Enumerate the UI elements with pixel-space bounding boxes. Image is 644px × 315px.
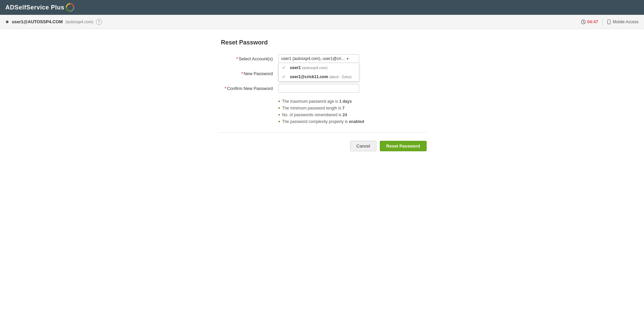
select-account-label: *Select Account(s) [218, 54, 278, 61]
subheader: ● user1@AUTOSSP4.COM (autossp4.com) ? 04… [0, 15, 644, 29]
policy-dot-1: • [278, 99, 280, 104]
user-icon: ● [5, 18, 9, 25]
required-star-2: * [241, 71, 243, 76]
policy-text-3: No. of passwords remembered is 24 [282, 113, 347, 117]
new-password-label: *New Password [218, 69, 278, 76]
policy-dot-4: • [278, 119, 280, 124]
select-account-row: *Select Account(s) user1 (autossp4.com),… [218, 54, 427, 63]
select-display-text: user1 (autossp4.com), user1@crick1 [281, 56, 346, 61]
vertical-divider [602, 19, 603, 25]
policy-dot-2: • [278, 105, 280, 111]
logo: ADSelfService Plus [5, 3, 74, 12]
logo-text: ADSelfService Plus [5, 4, 64, 11]
username-domain: (autossp4.com) [65, 20, 93, 24]
select-account-wrapper: user1 (autossp4.com), user1@crick1 ▼ ✓ u… [278, 54, 427, 63]
form-title: Reset Password [218, 39, 427, 46]
dropdown-item-label-1: user1 (autossp4.com) [290, 65, 328, 70]
required-star: * [236, 56, 238, 61]
svg-line-3 [583, 22, 584, 23]
form-divider [218, 132, 427, 133]
reset-password-button[interactable]: Reset Password [380, 141, 426, 151]
help-icon[interactable]: ? [96, 19, 102, 25]
policy-text-2: The minimum password length is 7 [282, 106, 344, 111]
policy-list: • The maximum password age is 1 days • T… [278, 99, 427, 124]
clock-area: 04:47 [581, 19, 598, 24]
confirm-password-wrapper [278, 84, 427, 93]
required-star-3: * [225, 86, 226, 91]
cancel-button[interactable]: Cancel [350, 141, 376, 151]
policy-dot-3: • [278, 112, 280, 118]
subheader-left: ● user1@AUTOSSP4.COM (autossp4.com) ? [5, 18, 102, 25]
checkmark-icon-1: ✓ [282, 65, 287, 70]
policy-item-2: • The minimum password length is 7 [278, 105, 427, 111]
policy-text-4: The password complexity property is enab… [282, 119, 364, 124]
chevron-down-icon: ▼ [346, 57, 349, 61]
mobile-access-label: Mobile Access [613, 20, 639, 24]
confirm-password-input[interactable] [278, 84, 359, 93]
account-dropdown-menu: ✓ user1 (autossp4.com) ✓ user1@crick11.c… [278, 63, 359, 82]
confirm-password-row: *Confirm New Password [218, 84, 427, 93]
policy-item-1: • The maximum password age is 1 days [278, 99, 427, 104]
policy-item-3: • No. of passwords remembered is 24 [278, 112, 427, 118]
confirm-password-label: *Confirm New Password [218, 84, 278, 91]
mobile-icon [607, 20, 611, 24]
clock-time: 04:47 [587, 19, 598, 24]
checkmark-icon-2: ✓ [282, 74, 287, 79]
dropdown-item-1[interactable]: ✓ user1 (autossp4.com) [279, 63, 359, 72]
dropdown-item-2[interactable]: ✓ user1@crick11.com (abcd - Zoho) [279, 72, 359, 81]
logo-icon [66, 3, 74, 12]
reset-password-form: Reset Password *Select Account(s) user1 … [218, 39, 427, 151]
app-header: ADSelfService Plus [0, 0, 644, 15]
clock-icon [581, 20, 586, 24]
policy-item-4: • The password complexity property is en… [278, 119, 427, 124]
main-content: Reset Password *Select Account(s) user1 … [0, 29, 644, 161]
subheader-right: 04:47 Mobile Access [581, 19, 639, 25]
button-row: Cancel Reset Password [218, 141, 427, 151]
select-account-dropdown[interactable]: user1 (autossp4.com), user1@crick1 ▼ [278, 54, 359, 63]
mobile-access[interactable]: Mobile Access [607, 20, 639, 24]
policy-text-1: The maximum password age is 1 days [282, 99, 352, 104]
username: user1@AUTOSSP4.COM [12, 19, 63, 24]
dropdown-item-label-2: user1@crick11.com (abcd - Zoho) [290, 74, 351, 79]
svg-point-5 [609, 23, 609, 23]
